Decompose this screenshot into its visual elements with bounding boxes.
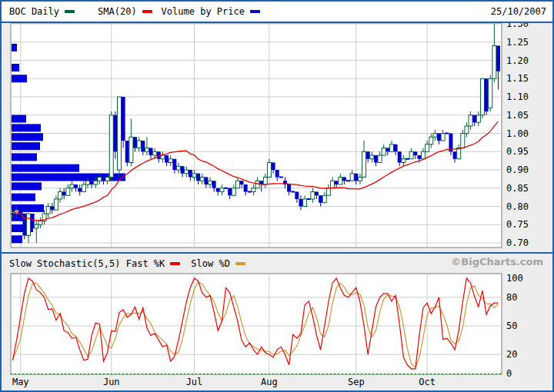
svg-text:Sep: Sep	[348, 377, 365, 387]
legend-label-volume-by-price: Volume by Price	[162, 6, 245, 17]
svg-text:0.70: 0.70	[506, 238, 529, 248]
legend-label-boc-daily: BOC Daily	[9, 6, 59, 17]
price-chart-legend-bar: BOC Daily SMA(20) Volume by Price 25/10/…	[2, 2, 552, 23]
svg-text:Aug: Aug	[261, 377, 278, 387]
chart-date: 25/10/2007	[491, 6, 546, 17]
stochastic-plot-background	[11, 274, 502, 374]
svg-text:Jul: Jul	[186, 377, 203, 387]
legend-item-sma20: SMA(20)	[98, 6, 152, 17]
chart-canvas: 1.301.251.201.151.101.051.000.950.900.85…	[2, 2, 552, 390]
svg-text:1.20: 1.20	[506, 55, 529, 66]
svg-text:Oct: Oct	[419, 377, 436, 387]
stochastic-legend-bar: Slow Stochastic(5,5) Fast %K Slow %D	[9, 255, 256, 272]
svg-text:Jun: Jun	[103, 377, 120, 387]
svg-text:20: 20	[506, 349, 517, 360]
legend-label-sma20: SMA(20)	[98, 6, 137, 17]
svg-text:80: 80	[506, 292, 517, 303]
legend-item-fast-k: Slow Stochastic(5,5) Fast %K	[9, 258, 180, 269]
svg-text:0.85: 0.85	[506, 183, 529, 194]
svg-text:May: May	[12, 377, 29, 387]
legend-item-boc-daily: BOC Daily	[9, 6, 75, 17]
svg-text:0.80: 0.80	[506, 201, 529, 212]
svg-text:0: 0	[506, 368, 512, 379]
legend-label-fast-k: Slow Stochastic(5,5) Fast %K	[9, 258, 165, 269]
svg-text:1.10: 1.10	[506, 91, 529, 102]
slow-d-color-swatch	[235, 262, 245, 265]
svg-text:0.75: 0.75	[506, 219, 529, 230]
sma20-color-swatch	[142, 10, 152, 13]
svg-text:1.05: 1.05	[506, 110, 529, 121]
bigcharts-frame: BOC Daily SMA(20) Volume by Price 25/10/…	[0, 0, 554, 392]
legend-label-slow-d: Slow %D	[191, 258, 230, 269]
svg-text:100: 100	[506, 273, 523, 284]
fast-k-color-swatch	[170, 262, 180, 265]
legend-item-slow-d: Slow %D	[191, 258, 245, 269]
svg-text:0.90: 0.90	[506, 164, 529, 175]
svg-text:1.25: 1.25	[506, 37, 529, 48]
svg-text:1.00: 1.00	[506, 128, 529, 139]
panel-separator	[2, 252, 552, 254]
svg-text:1.15: 1.15	[506, 73, 529, 84]
bigcharts-watermark: ©BigCharts.com	[451, 256, 543, 267]
legend-item-volume-by-price: Volume by Price	[162, 6, 260, 17]
svg-text:0.95: 0.95	[506, 146, 529, 157]
volume-by-price-color-swatch	[250, 10, 260, 13]
svg-text:50: 50	[506, 321, 517, 331]
boc-daily-color-swatch	[65, 10, 75, 13]
price-plot-background	[11, 23, 502, 247]
